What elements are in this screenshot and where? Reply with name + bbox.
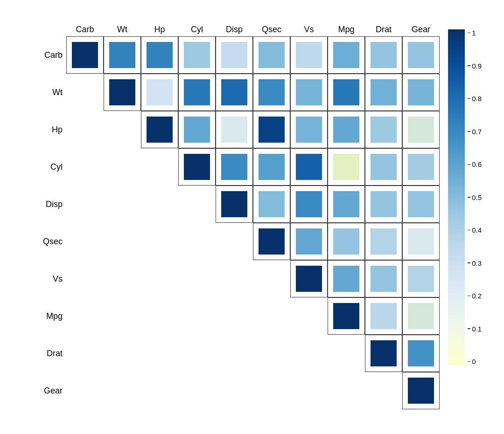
cell-inner-6-7 (333, 266, 359, 292)
cell-9-3 (178, 372, 216, 409)
legend-tick-0: 0 (468, 358, 482, 365)
cell-7-8 (365, 297, 402, 335)
col-header-drat: Drat (365, 25, 402, 36)
cell-6-9 (402, 260, 440, 297)
cell-8-7 (328, 335, 365, 372)
row-label-hp: Hp (39, 125, 66, 135)
col-header-mpg: Mpg (328, 25, 365, 36)
cell-inner-4-9 (408, 191, 434, 217)
cell-4-6 (290, 186, 328, 223)
cell-inner-1-8 (371, 79, 397, 105)
cell-3-9 (402, 148, 440, 186)
legend-tick-0.3: 0.3 (468, 260, 482, 267)
cell-inner-0-4 (221, 42, 247, 68)
cell-inner-6-8 (371, 266, 397, 292)
cell-7-6 (290, 297, 328, 335)
cell-2-0 (66, 111, 104, 148)
cell-inner-1-5 (259, 79, 285, 105)
cell-2-8 (365, 111, 402, 148)
matrix-row-9: Gear (39, 372, 440, 409)
cell-9-1 (104, 372, 141, 409)
cell-7-9 (402, 297, 440, 335)
cell-6-6 (290, 260, 328, 297)
cell-5-8 (365, 223, 402, 260)
cell-9-4 (216, 372, 253, 409)
cell-inner-3-7 (333, 154, 359, 180)
cell-4-0 (66, 186, 104, 223)
col-headers: CarbWtHpCylDispQsecVsMpgDratGear (66, 25, 440, 36)
row-label-qsec: Qsec (39, 237, 66, 247)
cell-inner-0-9 (408, 42, 434, 68)
row-label-drat: Drat (39, 349, 66, 358)
cell-0-3 (178, 36, 216, 74)
cell-1-4 (216, 74, 253, 111)
cell-0-4 (216, 36, 253, 74)
cell-inner-4-5 (259, 191, 285, 217)
cell-inner-6-6 (296, 266, 322, 292)
cell-inner-3-9 (408, 154, 434, 180)
cell-1-1 (104, 74, 141, 111)
cell-1-3 (178, 74, 216, 111)
cell-8-5 (253, 335, 290, 372)
legend-ticks: 10.90.80.70.60.50.40.30.20.10 (468, 29, 482, 365)
cell-inner-0-1 (109, 42, 135, 68)
cell-inner-0-3 (184, 42, 210, 68)
cell-inner-2-8 (371, 117, 397, 143)
cell-5-6 (290, 223, 328, 260)
legend-tick-0.5: 0.5 (468, 194, 482, 201)
legend-bar-container: 10.90.80.70.60.50.40.30.20.10 (448, 29, 465, 365)
cell-6-1 (104, 260, 141, 297)
cell-3-6 (290, 148, 328, 186)
cell-2-3 (178, 111, 216, 148)
matrix-rows: CarbWtHpCylDispQsecVsMpgDratGear (39, 36, 440, 409)
cell-inner-5-8 (371, 228, 397, 255)
cell-inner-1-4 (221, 79, 247, 105)
col-header-wt: Wt (104, 25, 141, 36)
cell-3-8 (365, 148, 402, 186)
cell-3-4 (216, 148, 253, 186)
cell-6-5 (253, 260, 290, 297)
cell-4-3 (178, 186, 216, 223)
cell-inner-5-6 (296, 228, 322, 255)
cell-inner-2-6 (296, 117, 322, 143)
chart-container: CarbWtHpCylDispQsecVsMpgDratGear CarbWtH… (30, 15, 474, 419)
matrix-row-1: Wt (39, 74, 440, 111)
cell-inner-3-8 (371, 154, 397, 180)
cell-inner-1-2 (147, 79, 173, 105)
cell-3-1 (104, 148, 141, 186)
cell-7-5 (253, 297, 290, 335)
cell-5-5 (253, 223, 290, 260)
cell-9-8 (365, 372, 402, 409)
cell-2-2 (141, 111, 178, 148)
cell-inner-8-9 (408, 340, 434, 366)
cell-1-5 (253, 74, 290, 111)
cell-inner-1-9 (408, 79, 434, 105)
matrix-area: CarbWtHpCylDispQsecVsMpgDratGear CarbWtH… (39, 25, 440, 409)
matrix-row-0: Carb (39, 36, 440, 74)
col-header-disp: Disp (216, 25, 253, 36)
cell-9-7 (328, 372, 365, 409)
legend-tick-1: 1 (468, 29, 482, 36)
cell-2-4 (216, 111, 253, 148)
cell-3-3 (178, 148, 216, 186)
cell-2-7 (328, 111, 365, 148)
cell-inner-5-5 (259, 228, 285, 255)
cell-0-1 (104, 36, 141, 74)
cell-4-8 (365, 186, 402, 223)
cell-inner-2-4 (221, 117, 247, 143)
cell-4-7 (328, 186, 365, 223)
matrix-row-3: Cyl (39, 148, 440, 186)
cell-inner-7-8 (371, 303, 397, 329)
cell-5-3 (178, 223, 216, 260)
row-label-mpg: Mpg (39, 311, 66, 321)
matrix-row-8: Drat (39, 335, 440, 372)
row-label-cyl: Cyl (39, 162, 66, 172)
cell-8-3 (178, 335, 216, 372)
cell-8-6 (290, 335, 328, 372)
cell-5-7 (328, 223, 365, 260)
cell-4-1 (104, 186, 141, 223)
cell-3-2 (141, 148, 178, 186)
cell-0-6 (290, 36, 328, 74)
cell-inner-0-6 (296, 42, 322, 68)
legend-tick-0.7: 0.7 (468, 128, 482, 135)
